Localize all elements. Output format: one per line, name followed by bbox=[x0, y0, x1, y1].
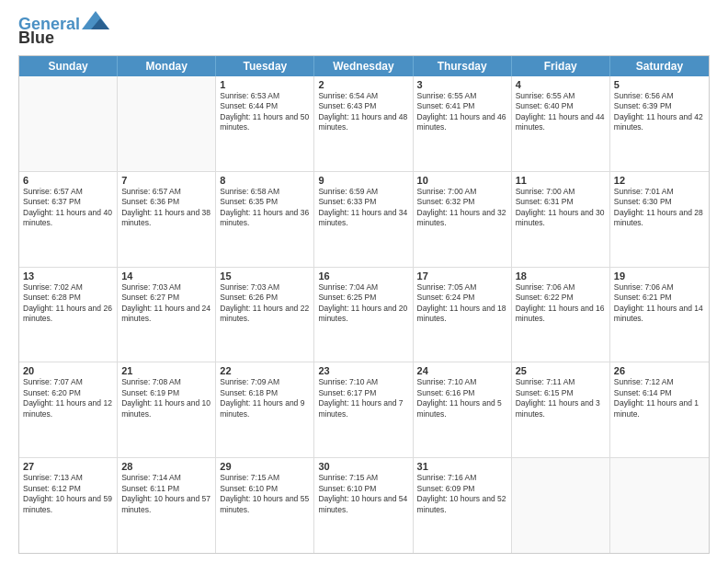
day-number: 16 bbox=[318, 270, 408, 282]
day-info: Sunrise: 7:00 AMSunset: 6:32 PMDaylight:… bbox=[417, 187, 507, 229]
day-number: 20 bbox=[23, 365, 113, 376]
day-info: Sunrise: 7:00 AMSunset: 6:31 PMDaylight:… bbox=[516, 187, 606, 229]
calendar-day-cell: 23Sunrise: 7:10 AMSunset: 6:17 PMDayligh… bbox=[314, 362, 413, 457]
weekday-header: Sunday bbox=[19, 56, 118, 76]
calendar-day-cell: 14Sunrise: 7:03 AMSunset: 6:27 PMDayligh… bbox=[118, 268, 216, 362]
calendar-day-cell: 13Sunrise: 7:02 AMSunset: 6:28 PMDayligh… bbox=[19, 268, 118, 362]
calendar-day-cell: 20Sunrise: 7:07 AMSunset: 6:20 PMDayligh… bbox=[19, 362, 118, 457]
calendar-day-cell: 12Sunrise: 7:01 AMSunset: 6:30 PMDayligh… bbox=[610, 172, 709, 267]
day-info: Sunrise: 6:57 AMSunset: 6:37 PMDaylight:… bbox=[23, 187, 113, 229]
weekday-header: Monday bbox=[118, 56, 216, 76]
day-info: Sunrise: 7:03 AMSunset: 6:26 PMDaylight:… bbox=[220, 282, 310, 325]
calendar-day-cell: 31Sunrise: 7:16 AMSunset: 6:09 PMDayligh… bbox=[414, 458, 512, 553]
calendar-day-cell bbox=[19, 76, 118, 171]
day-number: 23 bbox=[318, 365, 408, 376]
day-number: 28 bbox=[121, 461, 211, 472]
logo: General Blue bbox=[18, 15, 109, 48]
calendar-day-cell: 9Sunrise: 6:59 AMSunset: 6:33 PMDaylight… bbox=[314, 172, 413, 267]
calendar-day-cell: 28Sunrise: 7:14 AMSunset: 6:11 PMDayligh… bbox=[118, 458, 216, 553]
day-info: Sunrise: 7:04 AMSunset: 6:25 PMDaylight:… bbox=[318, 282, 408, 325]
day-number: 9 bbox=[318, 175, 408, 186]
day-number: 1 bbox=[220, 79, 310, 90]
calendar-day-cell: 21Sunrise: 7:08 AMSunset: 6:19 PMDayligh… bbox=[118, 362, 216, 457]
day-number: 10 bbox=[417, 175, 507, 186]
day-number: 12 bbox=[614, 175, 705, 186]
calendar-week-row: 20Sunrise: 7:07 AMSunset: 6:20 PMDayligh… bbox=[19, 362, 709, 458]
calendar-day-cell: 3Sunrise: 6:55 AMSunset: 6:41 PMDaylight… bbox=[414, 76, 512, 171]
weekday-header: Thursday bbox=[414, 56, 512, 76]
calendar-day-cell: 22Sunrise: 7:09 AMSunset: 6:18 PMDayligh… bbox=[216, 362, 314, 457]
calendar-day-cell: 16Sunrise: 7:04 AMSunset: 6:25 PMDayligh… bbox=[314, 268, 413, 362]
calendar-body: 1Sunrise: 6:53 AMSunset: 6:44 PMDaylight… bbox=[19, 76, 709, 553]
calendar-day-cell: 6Sunrise: 6:57 AMSunset: 6:37 PMDaylight… bbox=[19, 172, 118, 267]
calendar-day-cell: 11Sunrise: 7:00 AMSunset: 6:31 PMDayligh… bbox=[512, 172, 610, 267]
calendar-day-cell: 29Sunrise: 7:15 AMSunset: 6:10 PMDayligh… bbox=[216, 458, 314, 553]
day-info: Sunrise: 6:53 AMSunset: 6:44 PMDaylight:… bbox=[220, 91, 310, 133]
calendar-day-cell: 4Sunrise: 6:55 AMSunset: 6:40 PMDaylight… bbox=[512, 76, 610, 171]
day-info: Sunrise: 7:15 AMSunset: 6:10 PMDaylight:… bbox=[220, 473, 310, 515]
day-info: Sunrise: 6:54 AMSunset: 6:43 PMDaylight:… bbox=[318, 91, 408, 133]
day-info: Sunrise: 7:16 AMSunset: 6:09 PMDaylight:… bbox=[417, 473, 507, 515]
calendar-day-cell bbox=[512, 458, 610, 553]
calendar-day-cell: 18Sunrise: 7:06 AMSunset: 6:22 PMDayligh… bbox=[512, 268, 610, 362]
day-number: 11 bbox=[516, 175, 606, 186]
day-number: 21 bbox=[121, 365, 211, 376]
day-info: Sunrise: 7:14 AMSunset: 6:11 PMDaylight:… bbox=[121, 473, 211, 515]
day-info: Sunrise: 7:03 AMSunset: 6:27 PMDaylight:… bbox=[121, 282, 211, 325]
day-info: Sunrise: 7:05 AMSunset: 6:24 PMDaylight:… bbox=[417, 282, 507, 325]
calendar-day-cell: 8Sunrise: 6:58 AMSunset: 6:35 PMDaylight… bbox=[216, 172, 314, 267]
day-number: 24 bbox=[417, 365, 507, 376]
day-number: 18 bbox=[516, 270, 606, 282]
day-info: Sunrise: 7:06 AMSunset: 6:22 PMDaylight:… bbox=[516, 282, 606, 325]
day-info: Sunrise: 7:07 AMSunset: 6:20 PMDaylight:… bbox=[23, 377, 113, 419]
weekday-header: Wednesday bbox=[314, 56, 413, 76]
day-number: 15 bbox=[220, 270, 310, 282]
day-info: Sunrise: 7:12 AMSunset: 6:14 PMDaylight:… bbox=[614, 377, 705, 419]
day-info: Sunrise: 6:55 AMSunset: 6:40 PMDaylight:… bbox=[516, 91, 606, 133]
day-number: 22 bbox=[220, 365, 310, 376]
calendar-day-cell bbox=[118, 76, 216, 171]
calendar-week-row: 27Sunrise: 7:13 AMSunset: 6:12 PMDayligh… bbox=[19, 458, 709, 553]
day-number: 19 bbox=[614, 270, 705, 282]
day-info: Sunrise: 7:10 AMSunset: 6:16 PMDaylight:… bbox=[417, 377, 507, 419]
calendar-day-cell bbox=[610, 458, 709, 553]
calendar-day-cell: 15Sunrise: 7:03 AMSunset: 6:26 PMDayligh… bbox=[216, 268, 314, 362]
calendar-day-cell: 5Sunrise: 6:56 AMSunset: 6:39 PMDaylight… bbox=[610, 76, 709, 171]
calendar-day-cell: 1Sunrise: 6:53 AMSunset: 6:44 PMDaylight… bbox=[216, 76, 314, 171]
calendar-week-row: 13Sunrise: 7:02 AMSunset: 6:28 PMDayligh… bbox=[19, 268, 709, 363]
day-info: Sunrise: 7:10 AMSunset: 6:17 PMDaylight:… bbox=[318, 377, 408, 419]
calendar-header: SundayMondayTuesdayWednesdayThursdayFrid… bbox=[19, 56, 709, 76]
day-info: Sunrise: 7:13 AMSunset: 6:12 PMDaylight:… bbox=[23, 473, 113, 515]
day-info: Sunrise: 7:01 AMSunset: 6:30 PMDaylight:… bbox=[614, 187, 705, 229]
day-number: 17 bbox=[417, 270, 507, 282]
day-number: 13 bbox=[23, 270, 113, 282]
calendar-day-cell: 26Sunrise: 7:12 AMSunset: 6:14 PMDayligh… bbox=[610, 362, 709, 457]
weekday-header: Tuesday bbox=[216, 56, 314, 76]
calendar-day-cell: 25Sunrise: 7:11 AMSunset: 6:15 PMDayligh… bbox=[512, 362, 610, 457]
day-number: 27 bbox=[23, 461, 113, 472]
day-info: Sunrise: 6:59 AMSunset: 6:33 PMDaylight:… bbox=[318, 187, 408, 229]
day-number: 7 bbox=[121, 175, 211, 186]
calendar-day-cell: 7Sunrise: 6:57 AMSunset: 6:36 PMDaylight… bbox=[118, 172, 216, 267]
day-info: Sunrise: 7:06 AMSunset: 6:21 PMDaylight:… bbox=[614, 282, 705, 325]
calendar-day-cell: 10Sunrise: 7:00 AMSunset: 6:32 PMDayligh… bbox=[414, 172, 512, 267]
calendar-day-cell: 27Sunrise: 7:13 AMSunset: 6:12 PMDayligh… bbox=[19, 458, 118, 553]
calendar-day-cell: 17Sunrise: 7:05 AMSunset: 6:24 PMDayligh… bbox=[414, 268, 512, 362]
day-info: Sunrise: 6:58 AMSunset: 6:35 PMDaylight:… bbox=[220, 187, 310, 229]
day-number: 29 bbox=[220, 461, 310, 472]
weekday-header: Saturday bbox=[610, 56, 709, 76]
day-info: Sunrise: 6:56 AMSunset: 6:39 PMDaylight:… bbox=[614, 91, 705, 133]
day-number: 6 bbox=[23, 175, 113, 186]
day-number: 5 bbox=[614, 79, 705, 90]
logo-icon bbox=[82, 11, 109, 29]
calendar: SundayMondayTuesdayWednesdayThursdayFrid… bbox=[18, 55, 710, 554]
day-number: 25 bbox=[516, 365, 606, 376]
day-number: 14 bbox=[121, 270, 211, 282]
day-number: 4 bbox=[516, 79, 606, 90]
day-info: Sunrise: 7:08 AMSunset: 6:19 PMDaylight:… bbox=[121, 377, 211, 419]
calendar-week-row: 6Sunrise: 6:57 AMSunset: 6:37 PMDaylight… bbox=[19, 172, 709, 268]
day-number: 8 bbox=[220, 175, 310, 186]
day-info: Sunrise: 7:02 AMSunset: 6:28 PMDaylight:… bbox=[23, 282, 113, 325]
day-number: 31 bbox=[417, 461, 507, 472]
day-info: Sunrise: 6:55 AMSunset: 6:41 PMDaylight:… bbox=[417, 91, 507, 133]
